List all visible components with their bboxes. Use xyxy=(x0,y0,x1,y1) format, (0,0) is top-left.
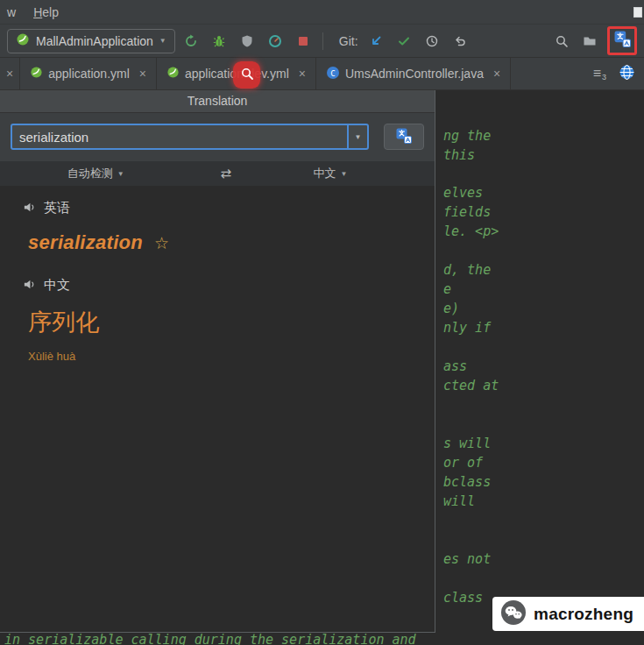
speaker-icon[interactable] xyxy=(23,278,36,294)
translation-results: 英语 serialization☆ 中文 序列化 Xùliè huà xyxy=(0,186,435,632)
code-fragment: es not xyxy=(443,551,491,567)
popup-input-row: ▼ xyxy=(0,113,435,161)
code-fragment: nly if xyxy=(443,320,491,336)
code-fragment: fields xyxy=(443,204,491,220)
run-configuration-select[interactable]: MallAdminApplication ▼ xyxy=(7,29,175,53)
target-language-select[interactable]: 中文 ▼ xyxy=(313,166,347,181)
translation-popup: Translation ▼ 自动检测 ▼ ⇄ 中文 ▼ xyxy=(0,90,435,633)
wechat-icon xyxy=(500,599,527,629)
chevron-down-icon: ▼ xyxy=(117,170,124,178)
annotation-red-box xyxy=(607,26,637,55)
chevron-down-icon: ▼ xyxy=(340,170,347,178)
run-button[interactable] xyxy=(179,29,203,53)
close-icon[interactable]: × xyxy=(299,67,306,81)
source-text: serialization☆ xyxy=(28,231,435,254)
close-icon[interactable]: × xyxy=(139,67,146,81)
yaml-file-icon xyxy=(166,66,180,82)
code-fragment: ng the xyxy=(443,128,491,144)
code-fragment: elves xyxy=(443,185,483,201)
watermark-text: macrozheng xyxy=(534,605,633,624)
tab-label: UmsAdminController.java xyxy=(345,67,484,81)
code-fragment: will xyxy=(443,493,475,509)
close-icon[interactable]: × xyxy=(493,67,500,81)
coverage-button[interactable] xyxy=(235,29,259,53)
favorite-star-icon[interactable]: ☆ xyxy=(154,234,169,252)
magnifier-icon xyxy=(240,67,254,84)
menu-item-help[interactable]: Help xyxy=(33,5,59,19)
main-toolbar: MallAdminApplication ▼ Git: xyxy=(0,25,644,58)
run-config-name: MallAdminApplication xyxy=(36,34,153,48)
source-language-name: 英语 xyxy=(44,200,70,216)
editor-tab-bar: × application.yml × application-dev.yml … xyxy=(0,58,644,90)
application-window: w Help MallAdminApplication ▼ Git: xyxy=(0,0,644,645)
translation-input[interactable] xyxy=(12,125,347,148)
search-everywhere-button[interactable] xyxy=(549,29,574,53)
source-language-select[interactable]: 自动检测 ▼ xyxy=(67,166,124,181)
hidden-tabs-icon: ≡ xyxy=(593,66,601,82)
window-control-fragment[interactable] xyxy=(633,7,642,18)
stop-button[interactable] xyxy=(291,29,315,53)
code-fragment: d, the xyxy=(443,262,491,278)
git-update-button[interactable] xyxy=(364,29,388,53)
history-button[interactable] xyxy=(420,29,444,53)
target-language-name: 中文 xyxy=(44,277,70,294)
language-bar: 自动检测 ▼ ⇄ 中文 ▼ xyxy=(0,161,435,186)
target-language-row: 中文 xyxy=(23,277,435,294)
speaker-icon[interactable] xyxy=(23,201,36,216)
code-fragment: class xyxy=(443,590,483,606)
translate-plugin-button[interactable] xyxy=(614,31,631,51)
tab-bar-right-group: ≡ 3 xyxy=(593,58,644,89)
target-language-label: 中文 xyxy=(313,166,336,181)
code-fragment: ass xyxy=(443,358,467,374)
code-fragment: cted at xyxy=(443,378,499,393)
code-fragment: s will xyxy=(443,436,491,451)
menu-bar: w Help xyxy=(0,0,644,25)
swap-languages-button[interactable]: ⇄ xyxy=(221,166,232,181)
translate-button[interactable] xyxy=(384,124,424,150)
debug-button[interactable] xyxy=(207,29,231,53)
locate-file-button[interactable] xyxy=(577,29,602,53)
code-fragment: or of xyxy=(443,455,483,471)
git-label: Git: xyxy=(339,34,358,48)
spring-boot-icon xyxy=(16,32,30,49)
code-fragment: e xyxy=(443,281,451,297)
java-class-icon: C xyxy=(326,66,340,82)
source-language-row: 英语 xyxy=(23,200,435,216)
code-fragment: e) xyxy=(443,301,459,316)
toolbar-right-group xyxy=(546,26,637,55)
annotation-red-circle xyxy=(233,61,260,89)
input-history-dropdown[interactable]: ▼ xyxy=(347,125,367,148)
profiler-button[interactable] xyxy=(263,29,287,53)
code-fragment: this xyxy=(443,147,475,163)
hidden-tabs-count: 3 xyxy=(602,73,606,82)
watermark: macrozheng xyxy=(492,597,644,631)
tab-umsadmincontroller-java[interactable]: C UmsAdminController.java × xyxy=(316,58,511,89)
toolbar-separator xyxy=(322,32,323,50)
hidden-tabs-button[interactable]: ≡ 3 xyxy=(593,66,606,82)
code-fragment: le. <p> xyxy=(443,223,499,239)
translation-input-combo: ▼ xyxy=(11,124,369,150)
code-fragment: bclass xyxy=(443,474,491,490)
tab-label: application.yml xyxy=(48,67,130,81)
google-translate-icon xyxy=(396,128,412,146)
target-phonetic: Xùliè huà xyxy=(28,350,435,363)
tab-close-fragment[interactable]: × xyxy=(0,58,20,89)
yaml-file-icon xyxy=(30,66,43,82)
svg-text:C: C xyxy=(330,68,335,77)
chevron-down-icon: ▼ xyxy=(159,37,166,45)
target-text: 序列化 xyxy=(28,307,435,338)
git-commit-button[interactable] xyxy=(392,29,416,53)
tab-application-yml[interactable]: application.yml × xyxy=(20,58,157,89)
translation-globe-icon[interactable] xyxy=(619,64,635,83)
editor-bottom-line: in serializable calling during the seria… xyxy=(0,633,644,645)
menu-item-window-fragment[interactable]: w xyxy=(7,5,16,19)
editor-pane[interactable]: ng thethiselvesfieldsle. <p>d, theee)nly… xyxy=(435,90,644,645)
source-word: serialization xyxy=(28,231,143,253)
popup-title[interactable]: Translation xyxy=(0,90,435,113)
rollback-button[interactable] xyxy=(448,29,472,53)
source-language-label: 自动检测 xyxy=(67,166,113,181)
